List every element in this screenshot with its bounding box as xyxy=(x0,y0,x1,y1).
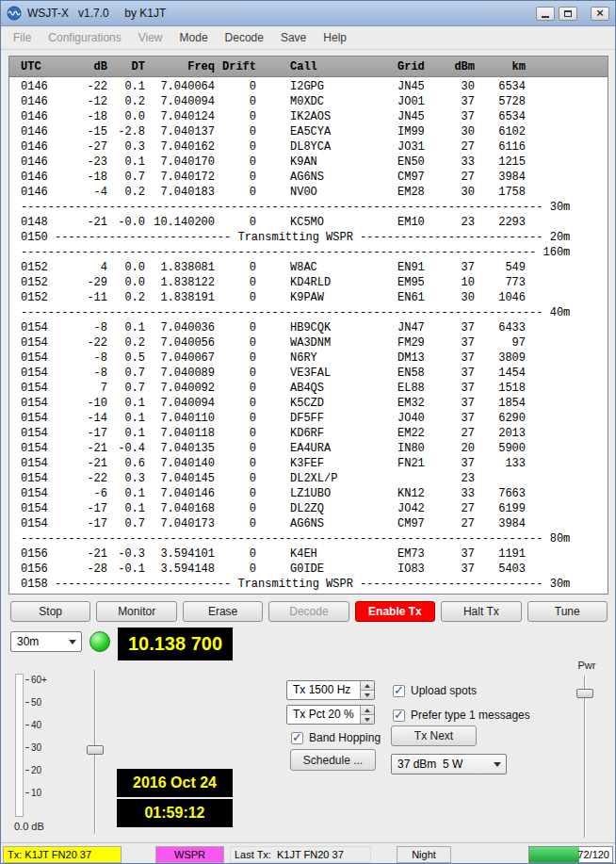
spin-down-icon[interactable] xyxy=(361,715,374,724)
tx-status: Tx: K1JT FN20 37 xyxy=(3,846,122,863)
menu-file[interactable]: File xyxy=(5,28,40,47)
chevron-down-icon xyxy=(69,640,76,644)
tune-button[interactable]: Tune xyxy=(527,601,608,622)
decode-row: 0154-21-0.47.0401350EA4URAIN80205900 xyxy=(9,441,608,456)
slider-handle[interactable] xyxy=(87,745,104,755)
decode-row: 0154-60.17.0401460LZ1UBOKN12337663 xyxy=(9,486,608,501)
decode-header: UTC dB DT Freq Drift Call Grid dBm km xyxy=(9,57,608,77)
band-hopping-label: Band Hopping xyxy=(309,731,381,744)
band-value: 30m xyxy=(17,632,39,651)
status-bar: Tx: K1JT FN20 37 WSPR Last Tx: K1JT FN20… xyxy=(1,842,615,864)
stop-button[interactable]: Stop xyxy=(10,601,90,622)
tick-mark xyxy=(25,770,29,771)
close-button[interactable]: × xyxy=(591,7,609,21)
titlebar[interactable]: WSJT-X v1.7.0 by K1JT × xyxy=(1,1,615,26)
menu-save[interactable]: Save xyxy=(272,28,315,47)
spin-up-icon[interactable] xyxy=(361,706,374,715)
spin-down-icon[interactable] xyxy=(361,691,374,699)
menu-help[interactable]: Help xyxy=(315,28,355,47)
decode-row: 0146-270.37.0401620DL8YCAJO31276116 xyxy=(9,139,608,155)
scale-label: 20 xyxy=(31,765,41,775)
transmit-separator: 0150 -------------------------- Transmit… xyxy=(9,230,608,245)
pwr-slider[interactable] xyxy=(575,672,594,841)
menubar: File Configurations View Mode Decode Sav… xyxy=(1,26,615,50)
mode-badge: WSPR xyxy=(155,846,224,863)
band-hopping-checkbox[interactable]: Band Hopping xyxy=(291,730,381,745)
gain-readout: 0.0 dB xyxy=(14,821,44,832)
scale-label: 50 xyxy=(31,697,41,708)
monitor-button[interactable]: Monitor xyxy=(96,601,176,622)
wsjtx-window: WSJT-X v1.7.0 by K1JT × File Configurati… xyxy=(0,0,616,864)
rx-gain-slider[interactable] xyxy=(86,666,105,838)
decode-row: 0152-290.01.8381220KD4RLDEM9510773 xyxy=(9,275,608,290)
band-separator: ----------------------------------------… xyxy=(9,531,608,546)
menu-decode[interactable]: Decode xyxy=(217,28,272,47)
checkbox-checked-icon xyxy=(291,732,303,744)
menu-configurations[interactable]: Configurations xyxy=(40,28,129,47)
decode-row: 0146-180.77.0401720AG6NSCM97273984 xyxy=(9,170,608,185)
spinner-arrows[interactable] xyxy=(360,706,374,724)
band-select[interactable]: 30m xyxy=(10,631,82,652)
power-select[interactable]: 37 dBm 5 W xyxy=(391,754,507,774)
scale-label: 60+ xyxy=(31,675,47,685)
last-tx-status: Last Tx: K1JT FN20 37 xyxy=(230,846,371,863)
checkbox-checked-icon xyxy=(393,685,405,697)
day-night-indicator: Night xyxy=(397,846,451,863)
decode-button[interactable]: Decode xyxy=(268,601,349,622)
decode-row: 0146-180.07.0401240IK2AOSJN45376534 xyxy=(9,109,608,124)
tx-freq-value: Tx 1500 Hz xyxy=(293,681,350,699)
prefer-type1-checkbox[interactable]: Prefer type 1 messages xyxy=(393,708,530,723)
decode-row: 0146-220.17.0400640I2GPGJN45306534 xyxy=(9,79,608,94)
tick-mark xyxy=(25,747,29,748)
tx-pct-value: Tx Pct 20 % xyxy=(293,706,354,724)
tx-freq-spinner[interactable]: Tx 1500 Hz xyxy=(286,680,375,700)
col-utc: UTC xyxy=(21,57,66,77)
progress-label: 72/120 xyxy=(577,847,609,862)
tick-mark xyxy=(25,702,29,703)
upload-spots-checkbox[interactable]: Upload spots xyxy=(393,683,477,698)
date-display: 2016 Oct 24 xyxy=(117,769,233,797)
enable-tx-button[interactable]: Enable Tx xyxy=(355,601,435,622)
transmit-separator: 0158 -------------------------- Transmit… xyxy=(9,577,608,592)
decode-row: 0154-220.37.0401450DL2XL/P23 xyxy=(9,471,608,486)
decode-row: 0148-21-0.010.1402000KC5MOEM10232293 xyxy=(9,215,608,230)
app-icon xyxy=(7,6,22,21)
power-value: 37 dBm 5 W xyxy=(397,755,462,774)
spinner-arrows[interactable] xyxy=(360,681,374,699)
maximize-button[interactable] xyxy=(559,7,577,21)
upload-spots-label: Upload spots xyxy=(411,684,477,697)
close-icon: × xyxy=(596,8,604,19)
schedule-button[interactable]: Schedule ... xyxy=(290,749,376,771)
tick-mark xyxy=(25,725,29,725)
pwr-label: Pwr xyxy=(566,660,608,671)
decode-row: 0154-140.17.0401100DF5FFJO40376290 xyxy=(9,411,608,426)
tx-pct-spinner[interactable]: Tx Pct 20 % xyxy=(286,705,375,725)
slider-handle[interactable] xyxy=(576,689,593,698)
col-dbm: dBm xyxy=(445,57,475,77)
decode-row: 0154-80.57.0400670N6RYDM13373809 xyxy=(9,350,608,366)
scale-label: 40 xyxy=(31,720,41,730)
minimize-button[interactable] xyxy=(536,7,555,21)
decode-row: 0156-21-0.33.5941010K4EHEM73371191 xyxy=(9,546,608,562)
scale-label: 30 xyxy=(31,742,41,753)
tx-progress-bar: 72/120 xyxy=(528,846,613,863)
spin-up-icon[interactable] xyxy=(361,681,374,691)
decode-row: 0154-220.27.0400560WA3DNMFM293797 xyxy=(9,335,608,350)
decode-row: 0154-210.67.0401400K3FEFFN2137133 xyxy=(9,456,608,471)
band-separator: ----------------------------------------… xyxy=(9,305,608,320)
menu-mode[interactable]: Mode xyxy=(171,28,217,47)
tx-next-button[interactable]: Tx Next xyxy=(391,725,477,746)
chevron-down-icon xyxy=(494,762,501,767)
menu-view[interactable]: View xyxy=(130,28,171,47)
col-freq: Freq xyxy=(145,57,215,77)
main-buttons: Stop Monitor Erase Decode Enable Tx Halt… xyxy=(10,601,608,622)
rx-lamp xyxy=(89,631,110,652)
col-km: km xyxy=(475,57,526,77)
erase-button[interactable]: Erase xyxy=(183,601,263,622)
decode-row: 0146-120.27.0400940M0XDCJO01375728 xyxy=(9,94,608,109)
halt-tx-button[interactable]: Halt Tx xyxy=(441,601,521,622)
signal-meter: 60+ 50 40 30 20 10 0.0 dB xyxy=(12,666,84,838)
decode-row: 015240.01.8380810W8ACEN9137549 xyxy=(9,260,608,275)
decode-row: 0154-80.17.0400360HB9CQKJN47376433 xyxy=(9,320,608,335)
frequency-display: 10.138 700 xyxy=(118,628,233,660)
